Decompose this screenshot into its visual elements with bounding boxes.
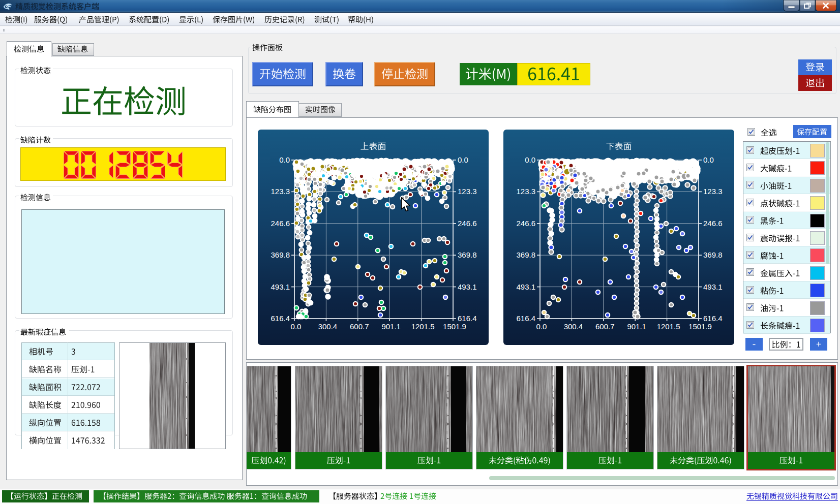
svg-text:369.8: 369.8: [703, 250, 723, 259]
svg-text:300.4: 300.4: [318, 322, 338, 331]
svg-text:600.7: 600.7: [595, 322, 615, 331]
svg-text:246.6: 246.6: [703, 219, 723, 228]
svg-text:1201.5: 1201.5: [657, 322, 680, 331]
svg-text:616.4: 616.4: [703, 314, 723, 323]
svg-text:123.3: 123.3: [271, 187, 290, 196]
svg-text:0.0: 0.0: [458, 155, 468, 164]
svg-text:493.1: 493.1: [516, 282, 535, 291]
svg-text:0.0: 0.0: [703, 155, 714, 164]
svg-text:0.0: 0.0: [291, 322, 302, 331]
svg-text:600.7: 600.7: [350, 322, 369, 331]
svg-text:493.1: 493.1: [703, 282, 723, 291]
svg-text:123.3: 123.3: [703, 187, 723, 196]
svg-text:0.0: 0.0: [536, 322, 547, 331]
svg-text:369.8: 369.8: [516, 250, 535, 259]
svg-text:369.8: 369.8: [271, 250, 290, 259]
svg-text:123.3: 123.3: [458, 187, 477, 196]
svg-text:1201.5: 1201.5: [411, 322, 435, 331]
svg-text:616.4: 616.4: [271, 314, 290, 323]
svg-text:123.3: 123.3: [516, 187, 535, 196]
svg-text:616.4: 616.4: [516, 314, 535, 323]
svg-text:901.1: 901.1: [627, 322, 646, 331]
svg-text:1501.9: 1501.9: [443, 322, 466, 331]
svg-text:246.6: 246.6: [516, 219, 535, 228]
svg-text:369.8: 369.8: [458, 250, 477, 259]
svg-text:246.6: 246.6: [458, 219, 477, 228]
svg-text:616.4: 616.4: [458, 314, 477, 323]
svg-text:0.0: 0.0: [279, 155, 290, 164]
svg-text:901.1: 901.1: [381, 322, 401, 331]
svg-text:246.6: 246.6: [271, 219, 290, 228]
svg-text:1501.9: 1501.9: [688, 322, 712, 331]
svg-text:0.0: 0.0: [525, 155, 535, 164]
svg-text:300.4: 300.4: [564, 322, 583, 331]
svg-text:493.1: 493.1: [271, 282, 290, 291]
svg-text:493.1: 493.1: [458, 282, 477, 291]
